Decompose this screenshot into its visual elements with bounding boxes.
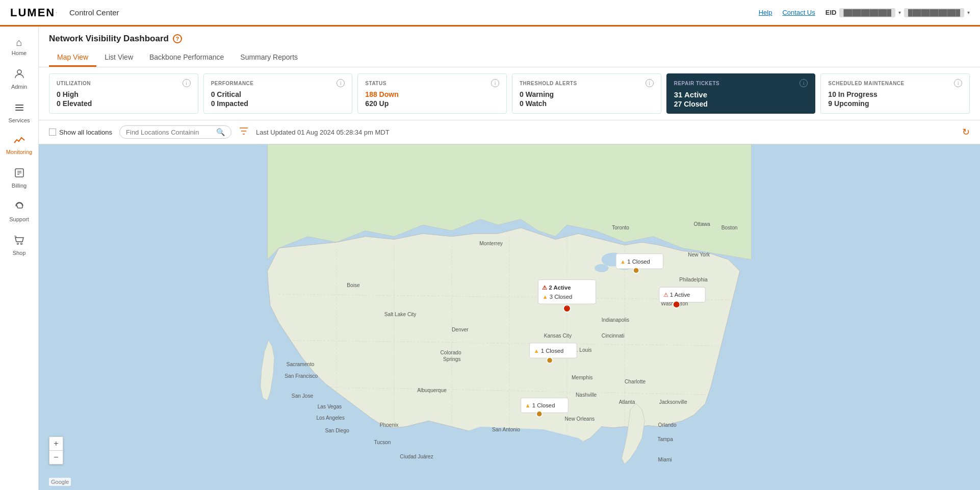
svg-point-16 [595,264,608,272]
svg-text:Orlando: Orlando [658,422,677,428]
svg-text:San Diego: San Diego [325,428,349,433]
sidebar-label-billing: Billing [12,183,27,189]
stat-info-icon-threshold[interactable]: i [646,79,654,87]
tab-summary-reports[interactable]: Summary Reports [232,49,306,67]
stat-info-icon-status[interactable]: i [491,79,499,87]
map-area[interactable]: Boise Salt Lake City Denver Colorado Spr… [39,144,980,490]
stat-info-icon-performance[interactable]: i [337,79,345,87]
stat-label-maintenance: SCHEDULED MAINTENANCE [828,81,904,86]
svg-rect-1 [15,105,23,106]
svg-text:Nashville: Nashville [576,392,597,398]
svg-text:▲ 1 Closed: ▲ 1 Closed [620,259,650,265]
services-icon [14,102,25,116]
sidebar-item-shop[interactable]: Shop [0,229,38,261]
filter-icon[interactable] [239,126,249,138]
svg-text:Las Vegas: Las Vegas [318,404,342,409]
stat-line-maintenance-0: 10 In Progress [828,90,962,98]
logo: LUMEN· [10,6,57,19]
zoom-out-button[interactable]: − [49,451,63,464]
sidebar-item-billing[interactable]: Billing [0,162,38,194]
stat-card-repair[interactable]: REPAIR TICKETS i 31 Active 27 Closed [666,73,816,114]
stat-card-maintenance[interactable]: SCHEDULED MAINTENANCE i 10 In Progress 9… [820,73,970,114]
svg-point-8 [17,243,18,245]
sidebar-label-support: Support [9,216,29,222]
stat-card-threshold[interactable]: THRESHOLD ALERTS i 0 Warning 0 Watch [512,73,661,114]
help-link[interactable]: Help [759,9,772,16]
stat-label-status: STATUS [365,81,386,86]
stat-card-performance[interactable]: PERFORMANCE i 0 Critical 0 Impacted [203,73,353,114]
svg-text:Ciudad Juárez: Ciudad Juárez [400,454,433,459]
tab-list-view[interactable]: List View [96,49,141,67]
sidebar-label-home: Home [12,50,27,56]
sidebar-item-admin[interactable]: Admin [0,63,38,95]
stat-card-status[interactable]: STATUS i 188 Down 620 Up [357,73,507,114]
svg-rect-2 [15,107,23,108]
google-watermark: Google [49,478,71,486]
show-all-text: Show all locations [59,128,112,136]
stat-label-repair: REPAIR TICKETS [674,81,720,86]
stat-label-utilization: UTILIZATION [57,81,91,86]
show-all-locations-label[interactable]: Show all locations [49,128,112,136]
svg-text:San Francisco: San Francisco [285,373,318,379]
svg-text:Boston: Boston [721,225,738,230]
sidebar-label-monitoring: Monitoring [6,149,32,155]
support-icon [14,201,25,215]
stat-line-repair-1: 27 Closed [674,100,808,108]
admin-icon [14,68,25,82]
svg-text:Tampa: Tampa [657,436,673,442]
sidebar-item-services[interactable]: Services [0,97,38,128]
sidebar-item-support[interactable]: Support [0,196,38,227]
map-svg: Boise Salt Lake City Denver Colorado Spr… [39,144,980,490]
svg-text:Monterrey: Monterrey [479,241,503,246]
tabs: Map View List View Backbone Performance … [49,49,970,67]
tab-backbone-performance[interactable]: Backbone Performance [141,49,232,67]
stat-line-threshold-1: 0 Watch [520,99,654,108]
contact-link[interactable]: Contact Us [782,9,815,16]
svg-text:Albuquerque: Albuquerque [417,388,447,393]
svg-text:Kansas City: Kansas City [544,333,572,339]
main-layout: ⌂ Home Admin Services Monitoring Billi [0,27,980,490]
search-icon[interactable]: 🔍 [216,128,225,136]
svg-text:Los Angeles: Los Angeles [316,415,344,421]
logo-text: LUMEN [10,6,55,19]
show-all-checkbox[interactable] [49,128,56,136]
stat-info-icon-repair[interactable]: i [800,79,808,87]
sidebar-item-home[interactable]: ⌂ Home [0,32,38,61]
zoom-in-button[interactable]: + [49,437,63,450]
svg-point-79 [673,301,680,308]
svg-point-9 [20,243,22,245]
stat-card-utilization[interactable]: UTILIZATION i 0 High 0 Elevated [49,73,198,114]
svg-text:Denver: Denver [452,327,469,332]
svg-text:Salt Lake City: Salt Lake City [384,312,417,317]
sidebar-item-monitoring[interactable]: Monitoring [0,131,38,160]
search-input[interactable] [126,128,213,136]
refresh-icon[interactable]: ↻ [962,126,970,138]
stat-info-icon-maintenance[interactable]: i [954,79,962,87]
account-chevron-icon[interactable]: ▾ [967,10,970,15]
eid-chevron-icon[interactable]: ▾ [898,10,901,15]
tab-map-view[interactable]: Map View [49,49,96,67]
content-area: Network Visibility Dashboard ? Map View … [39,27,980,490]
sidebar-label-services: Services [8,117,30,123]
svg-text:New Orleans: New Orleans [564,416,595,422]
svg-text:▲ 1 Closed: ▲ 1 Closed [525,402,555,408]
svg-rect-63 [538,280,596,304]
stat-info-icon-utilization[interactable]: i [183,79,191,87]
stat-line-utilization-1: 0 Elevated [57,99,191,108]
eid-label: EID [826,9,837,16]
eid-account-value: ████████████ [904,8,964,17]
svg-text:Springs: Springs [443,356,460,362]
toolbar: Show all locations 🔍 Last Updated 01 Aug… [39,120,980,144]
dashboard-help-icon[interactable]: ? [173,34,182,43]
svg-point-70 [633,268,639,273]
stat-line-performance-1: 0 Impacted [211,99,345,108]
svg-text:Ottawa: Ottawa [694,221,711,227]
stat-label-performance: PERFORMANCE [211,81,254,86]
stat-line-performance-0: 0 Critical [211,90,345,98]
map-zoom: + − [49,436,63,465]
stat-line-utilization-0: 0 High [57,90,191,98]
stat-line-status-0: 188 Down [365,90,499,98]
sidebar-label-admin: Admin [11,84,27,90]
sidebar-label-shop: Shop [13,250,26,256]
eid-value: ███████████ [839,8,895,17]
